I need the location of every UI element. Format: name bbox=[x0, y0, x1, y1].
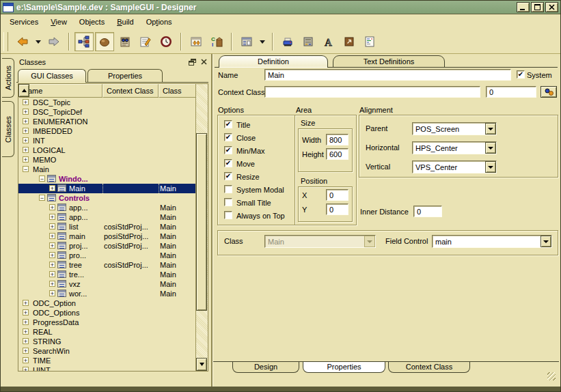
combo-dropdown-button[interactable] bbox=[485, 161, 496, 173]
expand-icon[interactable]: + bbox=[23, 357, 29, 363]
expand-icon[interactable]: + bbox=[23, 147, 29, 153]
tree-row-pro[interactable]: +pro...Main bbox=[18, 251, 197, 260]
class-hierarchy-button[interactable] bbox=[74, 32, 94, 51]
generate-window-button[interactable] bbox=[187, 32, 206, 51]
close-panel-button[interactable] bbox=[199, 57, 208, 66]
inner-distance-input[interactable]: 0 bbox=[413, 206, 442, 217]
checkbox-small-title[interactable] bbox=[224, 198, 232, 206]
system-checkbox[interactable]: ✔ bbox=[517, 70, 525, 79]
tree-row-real[interactable]: +REAL bbox=[18, 327, 197, 337]
bottom-tab-properties[interactable]: Properties bbox=[303, 362, 385, 373]
forward-button[interactable] bbox=[44, 32, 64, 51]
menu-services[interactable]: Services bbox=[3, 16, 44, 28]
tree-row-memo[interactable]: +MEMO bbox=[18, 155, 197, 165]
tree-row-main[interactable]: +mainposiStdProj...Main bbox=[18, 232, 197, 241]
tree-row-time[interactable]: +TIME bbox=[18, 356, 197, 365]
tree-row-progressdata[interactable]: +ProgressData bbox=[18, 318, 197, 327]
tree-row-vxz[interactable]: +vxzMain bbox=[18, 279, 197, 289]
menu-view[interactable]: View bbox=[44, 16, 73, 28]
close-button[interactable] bbox=[545, 2, 558, 12]
y-input[interactable]: 0 bbox=[326, 204, 348, 215]
form-view-button[interactable] bbox=[237, 32, 256, 51]
expand-icon[interactable]: + bbox=[23, 137, 29, 143]
tab-properties[interactable]: Properties bbox=[87, 69, 163, 83]
column-header-class[interactable]: Class bbox=[159, 84, 197, 98]
expand-icon[interactable]: + bbox=[49, 233, 55, 239]
field-control-combo[interactable]: main bbox=[432, 235, 552, 248]
expand-icon[interactable]: + bbox=[23, 156, 29, 163]
tree-row-searchwin[interactable]: +SearchWin bbox=[18, 346, 197, 356]
tree-row-main[interactable]: +MainMain bbox=[18, 184, 197, 193]
back-button[interactable] bbox=[13, 32, 32, 51]
menu-objects[interactable]: Objects bbox=[73, 16, 111, 28]
tab-text-definitions[interactable]: Text Definitions bbox=[333, 55, 445, 68]
tree-row-imbedded[interactable]: +IMBEDDED bbox=[18, 126, 197, 136]
expand-icon[interactable]: + bbox=[49, 204, 55, 210]
expand-icon[interactable]: + bbox=[49, 252, 55, 258]
tree-row-int[interactable]: +INT bbox=[18, 136, 197, 145]
expand-icon[interactable]: + bbox=[23, 348, 29, 354]
tree-row-enumeration[interactable]: +ENUMERATION bbox=[18, 117, 197, 126]
expand-icon[interactable]: + bbox=[23, 99, 29, 105]
height-input[interactable]: 600 bbox=[326, 148, 348, 160]
scrollbar-thumb[interactable] bbox=[196, 133, 207, 311]
device-button[interactable] bbox=[299, 32, 318, 51]
combo-dropdown-button[interactable] bbox=[485, 123, 496, 135]
checkbox-move[interactable]: ✔ bbox=[224, 159, 232, 167]
tree-row-proj[interactable]: +proj...cosiStdProj...Main bbox=[18, 241, 197, 251]
expand-icon[interactable]: + bbox=[49, 281, 55, 287]
tree-row-logical[interactable]: +LOGICAL bbox=[18, 145, 197, 155]
parent-combo[interactable]: POS_Screen bbox=[412, 122, 497, 135]
font-button[interactable]: A bbox=[319, 32, 338, 51]
name-input[interactable]: Main bbox=[264, 69, 511, 81]
print-button[interactable] bbox=[278, 32, 297, 51]
float-panel-button[interactable] bbox=[187, 57, 197, 66]
context-class-input[interactable] bbox=[264, 86, 480, 98]
tree-row-dsctopic[interactable]: +DSC_Topic bbox=[18, 98, 197, 107]
collapse-icon[interactable]: − bbox=[39, 176, 45, 182]
tree-row-app[interactable]: +app...Main bbox=[18, 212, 197, 222]
form-view-dropdown-button[interactable] bbox=[258, 32, 267, 51]
edit-button[interactable] bbox=[136, 32, 155, 51]
combo-dropdown-button[interactable] bbox=[485, 142, 496, 154]
menu-options[interactable]: Options bbox=[140, 16, 178, 28]
x-input[interactable]: 0 bbox=[326, 189, 348, 201]
field-control-combo-button[interactable] bbox=[541, 236, 551, 247]
settings-list-button[interactable] bbox=[360, 32, 379, 51]
expand-icon[interactable]: + bbox=[49, 290, 55, 296]
expand-icon[interactable]: + bbox=[49, 214, 55, 220]
runtime-button[interactable] bbox=[156, 32, 176, 51]
tab-definition[interactable]: Definition bbox=[219, 55, 328, 68]
checkbox-always-on-top[interactable] bbox=[224, 211, 232, 219]
maximize-button[interactable] bbox=[531, 2, 544, 12]
resize-grip[interactable] bbox=[547, 372, 556, 380]
collapse-icon[interactable]: − bbox=[23, 166, 29, 172]
column-header-context-class[interactable]: Context Class bbox=[102, 84, 159, 98]
expand-icon[interactable]: + bbox=[23, 338, 29, 344]
tree-row-app[interactable]: +app...Main bbox=[18, 203, 197, 212]
expand-icon[interactable]: + bbox=[23, 300, 29, 306]
tree-row-uint[interactable]: +UINT bbox=[18, 365, 197, 372]
column-header-name[interactable]: Name bbox=[18, 84, 102, 98]
context-count-input[interactable]: 0 bbox=[486, 86, 536, 98]
scroll-down-button[interactable] bbox=[196, 358, 207, 371]
expand-icon[interactable]: + bbox=[23, 328, 29, 335]
tab-gui-classes[interactable]: GUI Classes bbox=[18, 69, 86, 83]
expand-icon[interactable]: + bbox=[23, 128, 29, 134]
context-class-picker-button[interactable] bbox=[541, 86, 557, 98]
expand-icon[interactable]: + bbox=[23, 319, 29, 325]
expand-icon[interactable]: + bbox=[23, 367, 29, 372]
tree-row-list[interactable]: +listcosiStdProj...Main bbox=[18, 222, 197, 232]
expand-icon[interactable]: + bbox=[49, 271, 55, 277]
bottom-tab-context-class[interactable]: Context Class bbox=[388, 362, 470, 373]
toolbar-grip[interactable] bbox=[3, 32, 8, 51]
tree-row-windo[interactable]: −Windo... bbox=[18, 174, 197, 184]
scroll-up-button[interactable] bbox=[18, 84, 29, 97]
tree-row-main[interactable]: −Main bbox=[18, 165, 197, 174]
expand-icon[interactable]: + bbox=[23, 118, 29, 124]
expand-icon[interactable]: + bbox=[23, 109, 29, 115]
expand-icon[interactable]: + bbox=[49, 223, 55, 229]
expand-icon[interactable]: + bbox=[49, 262, 55, 268]
tree-row-odcoptions[interactable]: +ODC_Options bbox=[18, 308, 197, 318]
collapse-icon[interactable]: − bbox=[39, 195, 45, 201]
